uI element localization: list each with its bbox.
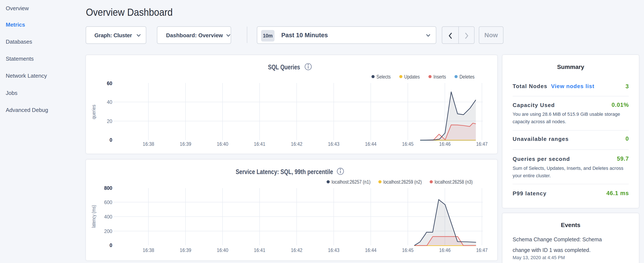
svg-text:60: 60	[107, 81, 112, 86]
svg-text:16:43: 16:43	[328, 247, 340, 253]
svg-text:20: 20	[107, 119, 112, 124]
svg-text:16:44: 16:44	[365, 247, 376, 253]
svg-text:16:45: 16:45	[402, 141, 414, 147]
svg-text:400: 400	[104, 214, 112, 220]
svg-text:16:46: 16:46	[439, 141, 450, 147]
svg-text:16:43: 16:43	[328, 141, 340, 147]
svg-text:Deletes: Deletes	[460, 74, 474, 80]
svg-text:40: 40	[107, 99, 112, 105]
svg-text:0: 0	[110, 242, 112, 248]
svg-text:16:39: 16:39	[180, 141, 191, 147]
svg-text:localhost:26259 (n2): localhost:26259 (n2)	[383, 179, 422, 185]
svg-text:16:46: 16:46	[439, 247, 450, 253]
svg-text:Inserts: Inserts	[434, 74, 446, 80]
svg-text:16:40: 16:40	[217, 247, 228, 253]
svg-text:SQL Queries: SQL Queries	[268, 63, 300, 71]
svg-text:16:47: 16:47	[476, 247, 488, 253]
svg-text:16:47: 16:47	[476, 141, 488, 147]
svg-text:16:45: 16:45	[402, 247, 414, 253]
svg-text:16:42: 16:42	[291, 141, 302, 147]
svg-text:Selects: Selects	[376, 74, 391, 80]
svg-text:localhost:26257 (n1): localhost:26257 (n1)	[332, 179, 370, 185]
svg-text:latency (ms): latency (ms)	[91, 205, 96, 228]
svg-text:16:42: 16:42	[291, 247, 302, 253]
svg-text:localhost:26258 (n3): localhost:26258 (n3)	[434, 179, 473, 185]
svg-text:16:38: 16:38	[143, 247, 154, 253]
svg-text:600: 600	[104, 200, 112, 205]
svg-text:800: 800	[104, 185, 112, 191]
svg-text:Updates: Updates	[404, 74, 420, 80]
svg-text:16:41: 16:41	[254, 141, 265, 147]
svg-text:16:41: 16:41	[254, 247, 265, 253]
svg-text:queries: queries	[91, 105, 96, 119]
svg-text:Service Latency: SQL, 99th per: Service Latency: SQL, 99th percentile	[236, 168, 333, 176]
svg-text:16:44: 16:44	[365, 141, 376, 147]
svg-text:16:40: 16:40	[217, 141, 228, 147]
svg-text:0: 0	[110, 137, 112, 143]
svg-text:16:39: 16:39	[180, 247, 191, 253]
svg-text:16:38: 16:38	[143, 141, 154, 147]
svg-text:200: 200	[104, 228, 112, 234]
